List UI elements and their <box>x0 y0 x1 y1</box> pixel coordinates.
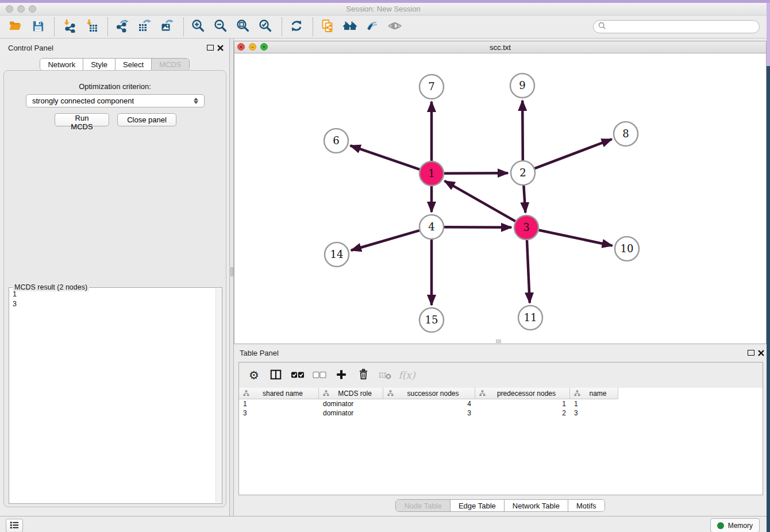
zoom-selected-button[interactable] <box>257 18 274 36</box>
tab-network-table[interactable]: Network Table <box>504 500 568 511</box>
refresh-view-button[interactable] <box>288 18 305 36</box>
toolbar-separator <box>54 18 55 36</box>
show-columns-button[interactable] <box>267 366 285 384</box>
graph-edge-4-3[interactable] <box>444 227 511 228</box>
export-image-icon <box>160 19 174 34</box>
table-cell[interactable]: 1 <box>570 399 618 408</box>
graph-node-14[interactable]: 14 <box>325 242 349 267</box>
column-type-icon <box>323 390 329 396</box>
graph-edge-2-9[interactable] <box>522 101 523 160</box>
show-graphics-details-button[interactable] <box>364 18 381 36</box>
graph-node-3[interactable]: 3 <box>514 215 538 240</box>
result-scrollbar[interactable] <box>215 288 222 503</box>
criterion-value: strongly connected component <box>32 97 134 105</box>
graph-edge-2-3[interactable] <box>523 186 525 213</box>
zoom-in-button[interactable] <box>190 18 207 36</box>
duplicate-network-button[interactable] <box>319 18 336 36</box>
delete-table-button[interactable] <box>376 366 394 384</box>
table-cell[interactable]: dominator <box>319 399 383 408</box>
zoom-fit-icon <box>236 19 250 34</box>
graph-edge-3-10[interactable] <box>539 230 613 246</box>
graph-node-1[interactable]: 1 <box>419 161 444 186</box>
graph-edge-3-11[interactable] <box>527 240 530 303</box>
column-header-mcds-role[interactable]: MCDS role <box>319 388 383 399</box>
function-builder-button[interactable]: f(x) <box>398 366 416 384</box>
table-settings-button[interactable]: ⚙ <box>245 366 263 384</box>
memory-button[interactable]: Memory <box>710 518 760 532</box>
graph-node-10[interactable]: 10 <box>615 237 639 261</box>
graph-edge-1-2[interactable] <box>444 173 508 174</box>
export-table-button[interactable] <box>136 18 153 36</box>
tab-mcds[interactable]: MCDS <box>151 59 188 70</box>
tab-network[interactable]: Network <box>40 59 83 70</box>
export-network-button[interactable] <box>114 18 131 36</box>
column-header-name[interactable]: name <box>570 388 618 399</box>
table-cell[interactable]: 1 <box>239 399 319 408</box>
canvas-resize-grip[interactable] <box>496 340 501 343</box>
hide-graphics-details-button[interactable] <box>386 18 403 36</box>
criterion-dropdown[interactable]: strongly connected component <box>26 94 205 107</box>
graph-node-2[interactable]: 2 <box>511 161 535 185</box>
import-table-button[interactable] <box>83 18 100 36</box>
table-cell[interactable]: 3 <box>570 408 618 418</box>
table-cell[interactable]: 3 <box>239 408 319 418</box>
mcds-result-box[interactable]: MCDS result (2 nodes) 13 <box>9 287 222 504</box>
import-network-button[interactable] <box>60 18 78 36</box>
delete-column-button[interactable] <box>354 366 372 384</box>
graph-node-7[interactable]: 7 <box>419 75 444 99</box>
table-row[interactable]: 1dominator411 <box>239 399 763 408</box>
export-image-button[interactable] <box>159 18 176 36</box>
table-panel-float-button[interactable] <box>748 350 754 356</box>
splitter-handle[interactable] <box>230 267 233 276</box>
add-column-button[interactable] <box>332 366 351 384</box>
graph-edge-1-6[interactable] <box>351 145 420 169</box>
graph-node-label: 3 <box>523 221 529 233</box>
home-layout-button[interactable] <box>341 18 359 36</box>
tab-edge-table[interactable]: Edge Table <box>450 500 504 511</box>
control-panel-close-button[interactable] <box>217 44 225 52</box>
run-mcds-button[interactable]: Run MCDS <box>55 113 109 126</box>
close-panel-button[interactable]: Close panel <box>117 113 176 126</box>
zoom-out-button[interactable] <box>212 18 229 36</box>
network-graph[interactable]: 1234678910111415 <box>234 53 766 344</box>
task-history-button[interactable] <box>6 519 23 532</box>
deselect-all-columns-button[interactable] <box>310 366 329 384</box>
tab-node-table[interactable]: Node Table <box>396 500 450 511</box>
graph-edge-2-8[interactable] <box>535 139 612 168</box>
table-cell[interactable]: 2 <box>475 408 570 418</box>
tab-motifs[interactable]: Motifs <box>568 500 605 511</box>
graph-node-8[interactable]: 8 <box>614 122 638 146</box>
column-header-predecessor-nodes[interactable]: predecessor nodes <box>475 388 570 399</box>
search-input[interactable] <box>609 23 754 31</box>
zoom-fit-button[interactable] <box>234 18 252 36</box>
panel-splitter[interactable] <box>229 38 234 516</box>
table-row[interactable]: 3dominator323 <box>239 408 763 418</box>
graph-node-6[interactable]: 6 <box>324 129 348 153</box>
refresh-icon <box>290 19 303 34</box>
tab-style[interactable]: Style <box>83 59 115 70</box>
table-cell[interactable]: 3 <box>383 408 475 418</box>
control-panel-float-button[interactable] <box>207 45 214 51</box>
graph-node-9[interactable]: 9 <box>510 74 534 98</box>
table-panel-close-button[interactable] <box>757 349 765 357</box>
graph-edge-4-14[interactable] <box>351 230 419 250</box>
select-all-columns-button[interactable] <box>288 366 307 384</box>
column-type-icon <box>479 390 486 396</box>
columns-icon <box>270 368 282 383</box>
column-header-successor-nodes[interactable]: successor nodes <box>383 388 475 399</box>
table-cell[interactable]: 1 <box>475 399 570 408</box>
graph-node-11[interactable]: 11 <box>518 306 542 330</box>
search-box <box>593 20 760 33</box>
zoom-in-icon <box>191 19 205 34</box>
table-cell[interactable]: dominator <box>319 408 383 418</box>
column-header-shared-name[interactable]: shared name <box>239 388 319 399</box>
graph-node-4[interactable]: 4 <box>419 215 444 239</box>
tab-select[interactable]: Select <box>115 59 151 70</box>
import-table-icon <box>84 19 98 34</box>
table-cell[interactable]: 4 <box>383 399 475 408</box>
open-session-button[interactable] <box>7 18 24 36</box>
result-line: 1 <box>13 290 211 299</box>
graph-edge-3-1[interactable] <box>445 181 515 221</box>
save-session-button[interactable] <box>29 18 47 36</box>
graph-node-15[interactable]: 15 <box>419 308 444 332</box>
